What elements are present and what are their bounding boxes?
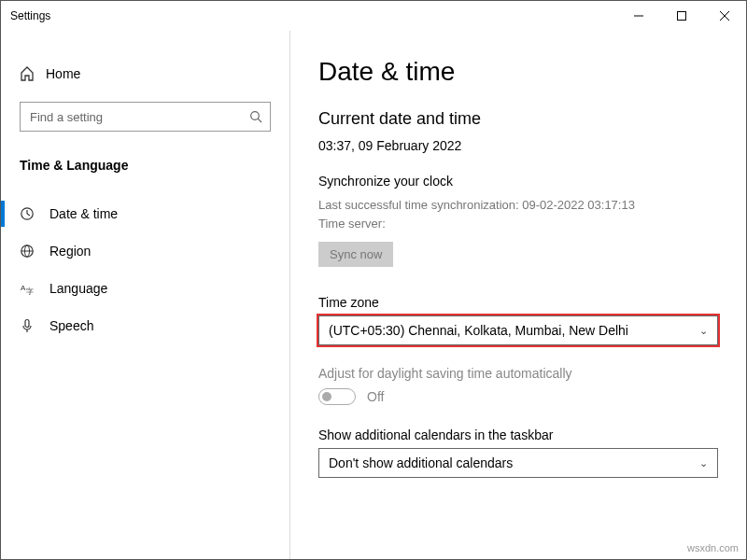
additional-calendars-value: Don't show additional calendars [329,455,513,470]
home-icon [20,66,35,81]
toggle-switch-off [318,388,356,405]
timezone-value: (UTC+05:30) Chennai, Kolkata, Mumbai, Ne… [329,323,628,338]
sync-last: Last successful time synchronization: 09… [318,196,746,215]
window-title: Settings [10,9,617,22]
search-placeholder: Find a setting [30,110,103,124]
nav-item-label: Date & time [49,206,118,221]
timezone-label: Time zone [318,295,746,310]
globe-icon [20,244,36,259]
timezone-dropdown[interactable]: (UTC+05:30) Chennai, Kolkata, Mumbai, Ne… [318,315,718,345]
svg-text:字: 字 [26,287,34,296]
nav-item-label: Region [49,244,91,259]
additional-calendars-label: Show additional calendars in the taskbar [318,427,746,442]
current-time-heading: Current date and time [318,109,746,129]
time-server-label: Time server: [318,215,746,233]
dst-label: Adjust for daylight saving time automati… [318,366,746,381]
search-input[interactable]: Find a setting [20,102,271,132]
minimize-button[interactable] [617,1,660,31]
chevron-down-icon: ⌄ [699,457,708,469]
nav-item-date-time[interactable]: Date & time [1,195,289,232]
sidebar: Home Find a setting Time & Language Date… [1,31,290,559]
close-button[interactable] [703,1,746,31]
nav-list: Date & time Region A字 Language [1,195,289,344]
search-icon [249,110,262,123]
svg-line-8 [27,214,30,216]
main-panel: Date & time Current date and time 03:37,… [290,31,746,559]
additional-calendars-dropdown[interactable]: Don't show additional calendars ⌄ [318,448,718,478]
svg-rect-1 [678,12,686,21]
language-icon: A字 [20,281,36,296]
page-title: Date & time [318,57,746,87]
nav-home-label: Home [46,66,80,81]
nav-item-label: Speech [49,318,93,333]
watermark: wsxdn.com [687,542,739,553]
sidebar-section-title: Time & Language [1,148,289,186]
nav-item-region[interactable]: Region [1,232,289,270]
maximize-button[interactable] [660,1,703,31]
dst-state: Off [367,389,384,404]
sync-heading: Synchronize your clock [318,174,746,189]
dst-toggle: Off [318,388,746,405]
nav-item-label: Language [49,281,107,296]
title-bar: Settings [1,1,746,31]
nav-home[interactable]: Home [1,59,289,89]
settings-window: Settings Home Find a setting [0,0,747,560]
current-datetime: 03:37, 09 February 2022 [318,138,746,153]
content-area: Home Find a setting Time & Language Date… [1,31,746,559]
svg-rect-14 [25,320,29,328]
svg-line-5 [258,119,261,122]
nav-item-language[interactable]: A字 Language [1,270,289,307]
microphone-icon [20,318,36,333]
nav-item-speech[interactable]: Speech [1,307,289,344]
sync-now-button[interactable]: Sync now [318,242,393,267]
chevron-down-icon: ⌄ [699,325,708,337]
clock-icon [20,206,36,221]
svg-point-4 [251,112,260,120]
